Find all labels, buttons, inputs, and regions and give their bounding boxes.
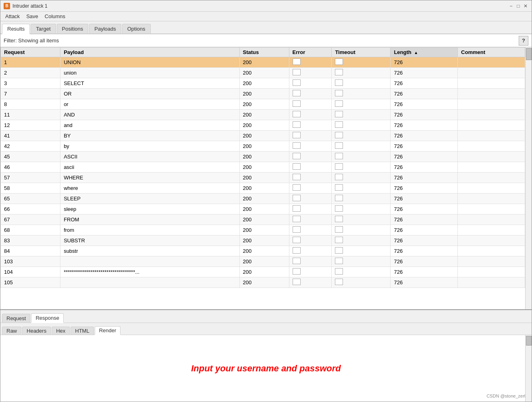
- cell-timeout-checkbox[interactable]: [335, 58, 343, 65]
- cell-timeout-checkbox[interactable]: [335, 184, 343, 191]
- col-timeout[interactable]: Timeout: [332, 48, 391, 57]
- cell-timeout-checkbox[interactable]: [335, 132, 343, 138]
- cell-payload: where: [60, 183, 239, 194]
- cell-timeout-checkbox[interactable]: [335, 226, 343, 233]
- inner-tab-hex[interactable]: Hex: [52, 327, 70, 335]
- cell-error-checkbox[interactable]: [293, 69, 301, 75]
- cell-timeout-checkbox[interactable]: [335, 69, 343, 75]
- cell-error-checkbox[interactable]: [293, 100, 301, 107]
- table-row[interactable]: 84substr200726: [1, 246, 525, 256]
- inner-tab-raw[interactable]: Raw: [2, 327, 21, 335]
- cell-error-checkbox[interactable]: [293, 195, 301, 201]
- col-request[interactable]: Request: [1, 48, 60, 57]
- tab-payloads[interactable]: Payloads: [89, 24, 121, 33]
- vertical-scrollbar[interactable]: [525, 47, 532, 309]
- table-row[interactable]: 57WHERE200726: [1, 173, 525, 183]
- cell-timeout-checkbox[interactable]: [335, 268, 343, 275]
- cell-error-checkbox[interactable]: [293, 111, 301, 117]
- minimize-button[interactable]: −: [508, 3, 514, 9]
- table-row[interactable]: 2union200726: [1, 68, 525, 78]
- cell-timeout-checkbox[interactable]: [335, 258, 343, 264]
- cell-error-checkbox[interactable]: [293, 184, 301, 191]
- cell-error-checkbox[interactable]: [293, 268, 301, 275]
- tab-target[interactable]: Target: [31, 24, 56, 33]
- inner-tab-render[interactable]: Render: [95, 326, 121, 335]
- col-length[interactable]: Length ▲: [391, 48, 458, 57]
- sub-tab-request[interactable]: Request: [2, 314, 30, 323]
- cell-timeout-checkbox[interactable]: [335, 237, 343, 243]
- table-row[interactable]: 67FROM200726: [1, 215, 525, 225]
- table-row[interactable]: 58where200726: [1, 183, 525, 194]
- help-button[interactable]: ?: [519, 36, 528, 46]
- menu-columns[interactable]: Columns: [42, 12, 69, 20]
- tab-options[interactable]: Options: [122, 24, 151, 33]
- table-row[interactable]: 105200726: [1, 277, 525, 288]
- cell-error-checkbox[interactable]: [293, 226, 301, 233]
- inner-tab-html[interactable]: HTML: [71, 327, 94, 335]
- table-row[interactable]: 12and200726: [1, 120, 525, 131]
- cell-timeout-checkbox[interactable]: [335, 163, 343, 170]
- col-status[interactable]: Status: [239, 48, 289, 57]
- cell-error-checkbox[interactable]: [293, 279, 301, 285]
- table-row[interactable]: 46ascii200726: [1, 162, 525, 173]
- tab-positions[interactable]: Positions: [57, 24, 89, 33]
- response-scrollbar[interactable]: [525, 335, 532, 402]
- table-row[interactable]: 66sleep200726: [1, 204, 525, 215]
- table-row[interactable]: 3SELECT200726: [1, 78, 525, 89]
- table-row[interactable]: 1UNION200726: [1, 57, 525, 68]
- table-row[interactable]: 68from200726: [1, 225, 525, 235]
- cell-timeout-checkbox[interactable]: [335, 205, 343, 212]
- cell-timeout-checkbox[interactable]: [335, 174, 343, 180]
- cell-timeout-checkbox[interactable]: [335, 121, 343, 128]
- cell-timeout-checkbox[interactable]: [335, 153, 343, 159]
- table-row[interactable]: 45ASCII200726: [1, 152, 525, 162]
- cell-timeout-checkbox[interactable]: [335, 247, 343, 254]
- cell-timeout: [332, 120, 391, 131]
- cell-timeout-checkbox[interactable]: [335, 195, 343, 201]
- cell-comment: [458, 89, 525, 99]
- col-payload[interactable]: Payload: [60, 48, 239, 57]
- tab-results[interactable]: Results: [2, 24, 30, 34]
- cell-error-checkbox[interactable]: [293, 142, 301, 149]
- inner-tab-headers[interactable]: Headers: [22, 327, 51, 335]
- table-wrapper[interactable]: Request Payload Status Error Timeout Len…: [0, 47, 525, 309]
- cell-error-checkbox[interactable]: [293, 90, 301, 96]
- sub-tab-response[interactable]: Response: [31, 313, 64, 323]
- table-row[interactable]: 11AND200726: [1, 110, 525, 120]
- cell-error-checkbox[interactable]: [293, 121, 301, 128]
- table-row[interactable]: 103200726: [1, 256, 525, 267]
- close-button[interactable]: ✕: [523, 3, 528, 9]
- cell-timeout-checkbox[interactable]: [335, 111, 343, 117]
- cell-error-checkbox[interactable]: [293, 237, 301, 243]
- cell-error-checkbox[interactable]: [293, 58, 301, 65]
- cell-error-checkbox[interactable]: [293, 205, 301, 212]
- table-row[interactable]: 41BY200726: [1, 131, 525, 141]
- cell-timeout-checkbox[interactable]: [335, 100, 343, 107]
- cell-timeout-checkbox[interactable]: [335, 142, 343, 149]
- col-error[interactable]: Error: [289, 48, 332, 57]
- cell-error-checkbox[interactable]: [293, 216, 301, 222]
- table-row[interactable]: 7OR200726: [1, 89, 525, 99]
- cell-error-checkbox[interactable]: [293, 258, 301, 264]
- response-scrollbar-thumb[interactable]: [526, 336, 532, 346]
- cell-error-checkbox[interactable]: [293, 174, 301, 180]
- cell-error-checkbox[interactable]: [293, 132, 301, 138]
- cell-error-checkbox[interactable]: [293, 79, 301, 86]
- table-row[interactable]: 65SLEEP200726: [1, 194, 525, 204]
- maximize-button[interactable]: □: [515, 3, 521, 9]
- menu-save[interactable]: Save: [23, 12, 42, 20]
- col-comment[interactable]: Comment: [458, 48, 525, 57]
- cell-timeout-checkbox[interactable]: [335, 216, 343, 222]
- cell-timeout-checkbox[interactable]: [335, 279, 343, 285]
- cell-timeout-checkbox[interactable]: [335, 79, 343, 86]
- scrollbar-thumb[interactable]: [526, 48, 532, 60]
- cell-error-checkbox[interactable]: [293, 153, 301, 159]
- table-row[interactable]: 42by200726: [1, 141, 525, 152]
- cell-timeout-checkbox[interactable]: [335, 90, 343, 96]
- menu-attack[interactable]: Attack: [2, 12, 23, 20]
- cell-error-checkbox[interactable]: [293, 247, 301, 254]
- table-row[interactable]: 8or200726: [1, 99, 525, 110]
- table-row[interactable]: 83SUBSTR200726: [1, 235, 525, 246]
- table-row[interactable]: 104***********************************..…: [1, 267, 525, 277]
- cell-error-checkbox[interactable]: [293, 163, 301, 170]
